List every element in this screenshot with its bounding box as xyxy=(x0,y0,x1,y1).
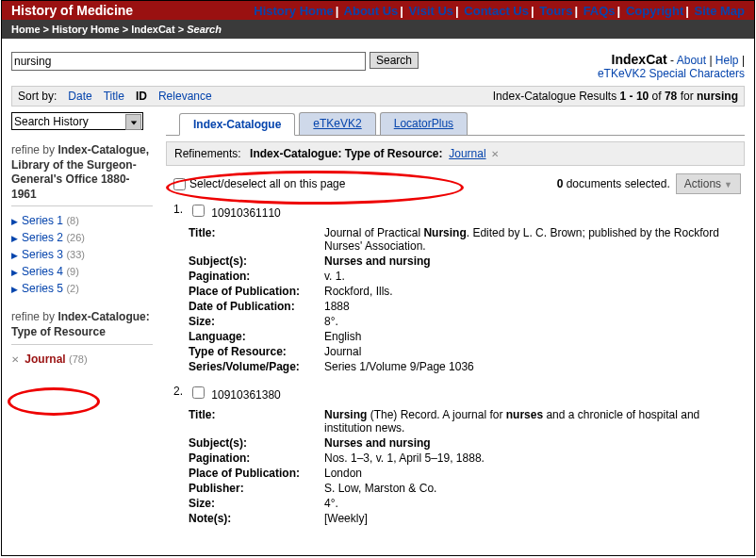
refine-head-2: refine by Index-Catalogue: Type of Resou… xyxy=(11,310,153,339)
breadcrumb: Home > History Home > IndexCat > Search xyxy=(2,20,754,39)
divider-1 xyxy=(11,205,153,206)
result-field-value: Series 1/Volume 9/Page 1036 xyxy=(324,359,745,374)
sort-id-active: ID xyxy=(136,90,147,103)
select-all-label: Select/deselect all on this page xyxy=(189,177,345,190)
series-link[interactable]: Series 5 xyxy=(22,282,63,295)
divider-2 xyxy=(11,344,153,345)
result-field-key: Pagination: xyxy=(189,269,324,284)
series-link[interactable]: Series 1 xyxy=(22,214,63,227)
series-count: (9) xyxy=(66,266,78,277)
result-field-value: Nursing (The) Record. A journal for nurs… xyxy=(324,407,745,435)
series-link[interactable]: Series 2 xyxy=(22,231,63,244)
refinement-journal-link[interactable]: Journal xyxy=(449,147,485,160)
refinements-bar: Refinements: Index-Catalogue: Type of Re… xyxy=(166,141,745,166)
result-field-key: Size: xyxy=(189,314,324,329)
site-title: History of Medicine xyxy=(11,3,133,18)
nav-contact-us[interactable]: Contact Us xyxy=(464,4,529,18)
result-number: 2. xyxy=(166,384,189,526)
nav-copyright[interactable]: Copyright xyxy=(626,4,683,18)
indexcat-label: IndexCat xyxy=(612,52,667,67)
result-field-value: Journal of Practical Nursing. Edited by … xyxy=(324,225,745,254)
sidebar-series-item[interactable]: ▶Series 2 (26) xyxy=(11,229,153,246)
tab-locatorplus[interactable]: LocatorPlus xyxy=(380,112,468,135)
result-item: 2. 10910361380Title:Nursing (The) Record… xyxy=(166,384,745,526)
crumb-indexcat[interactable]: IndexCat xyxy=(131,24,174,35)
crumb-home[interactable]: Home xyxy=(11,24,41,35)
result-field-key: Place of Publication: xyxy=(189,466,324,481)
remove-refinement-icon[interactable]: ✕ xyxy=(491,149,499,159)
triangle-icon: ▶ xyxy=(11,285,18,294)
refinements-text: Index-Catalogue: Type of Resource: xyxy=(250,147,442,160)
facet-journal-link[interactable]: Journal xyxy=(25,353,65,366)
nav-site-map[interactable]: Site Map xyxy=(695,4,745,18)
result-field-key: Title: xyxy=(189,225,324,254)
nav-about-us[interactable]: About Us xyxy=(344,4,399,18)
result-field-key: Language: xyxy=(189,329,324,344)
sort-date[interactable]: Date xyxy=(68,90,91,103)
actions-button[interactable]: Actions▼ xyxy=(676,173,741,194)
result-field-key: Subject(s): xyxy=(189,254,324,269)
result-field-value: S. Low, Marston & Co. xyxy=(324,481,745,496)
nav-visit-us[interactable]: Visit Us xyxy=(409,4,453,18)
nav-faqs[interactable]: FAQs xyxy=(583,4,616,18)
results-summary: Index-Catalogue Results 1 - 10 of 78 for… xyxy=(493,90,738,103)
result-field-key: Type of Resource: xyxy=(189,344,324,359)
special-chars-link[interactable]: eTKeVK2 Special Characters xyxy=(598,67,745,80)
nav-history-home[interactable]: History Home xyxy=(254,4,334,18)
triangle-icon: ▶ xyxy=(11,268,18,277)
crumb-history-home[interactable]: History Home xyxy=(52,24,120,35)
sidebar-series-item[interactable]: ▶Series 4 (9) xyxy=(11,263,153,280)
series-count: (2) xyxy=(66,283,78,294)
result-checkbox[interactable] xyxy=(192,386,205,399)
refinements-label: Refinements: xyxy=(174,147,241,160)
result-item: 1. 10910361110Title:Journal of Practical… xyxy=(166,202,745,374)
series-count: (33) xyxy=(66,249,85,260)
result-checkbox[interactable] xyxy=(192,205,205,217)
nav-tours[interactable]: Tours xyxy=(539,4,572,18)
triangle-icon: ▶ xyxy=(11,251,18,260)
tab-index-catalogue[interactable]: Index-Catalogue xyxy=(179,113,295,136)
series-count: (8) xyxy=(66,215,78,226)
search-history-label: Search History xyxy=(14,115,89,128)
sidebar-series-item[interactable]: ▶Series 3 (33) xyxy=(11,246,153,263)
search-input[interactable] xyxy=(11,52,366,71)
result-field-value: Rockford, Ills. xyxy=(324,284,745,299)
chevron-down-icon: ▼ xyxy=(724,180,732,189)
result-field-value: London xyxy=(324,466,745,481)
search-history-select[interactable]: Search History xyxy=(11,112,143,130)
result-id: 10910361380 xyxy=(211,388,280,402)
result-field-value: 8°. xyxy=(324,314,745,329)
help-link[interactable]: Help xyxy=(715,54,739,67)
result-field-key: Note(s): xyxy=(189,511,324,526)
facet-journal-count: (78) xyxy=(69,353,88,365)
chevron-down-icon xyxy=(125,114,141,130)
sidebar-series-item[interactable]: ▶Series 5 (2) xyxy=(11,280,153,297)
series-link[interactable]: Series 3 xyxy=(22,248,63,261)
about-link[interactable]: About xyxy=(677,54,706,67)
series-count: (26) xyxy=(66,232,85,243)
series-link[interactable]: Series 4 xyxy=(22,265,63,278)
search-right-links: IndexCat - About | Help | eTKeVK2 Specia… xyxy=(598,52,745,80)
triangle-icon: ▶ xyxy=(11,234,18,243)
refine-head-1: refine by Index-Catalogue, Library of th… xyxy=(11,143,153,202)
tab-etkevk2[interactable]: eTKeVK2 xyxy=(299,112,375,135)
result-field-key: Series/Volume/Page: xyxy=(189,359,324,374)
result-field-value: Nurses and nursing xyxy=(324,435,745,451)
result-field-key: Place of Publication: xyxy=(189,284,324,299)
result-field-key: Pagination: xyxy=(189,451,324,466)
select-all-checkbox[interactable] xyxy=(173,178,186,190)
result-field-value: [Weekly] xyxy=(324,511,745,526)
sort-by-label: Sort by: xyxy=(18,90,57,103)
facet-journal[interactable]: ✕ Journal (78) xyxy=(11,351,153,368)
remove-facet-icon[interactable]: ✕ xyxy=(11,354,19,365)
sidebar-series-item[interactable]: ▶Series 1 (8) xyxy=(11,212,153,229)
result-field-value: 1888 xyxy=(324,299,745,314)
result-field-value: Journal xyxy=(324,344,745,359)
result-field-value: v. 1. xyxy=(324,269,745,284)
result-field-value: 4°. xyxy=(324,496,745,511)
result-field-key: Size: xyxy=(189,496,324,511)
search-button[interactable]: Search xyxy=(370,52,419,69)
sort-relevance[interactable]: Relevance xyxy=(158,90,212,103)
crumb-search: Search xyxy=(187,24,222,35)
sort-title[interactable]: Title xyxy=(104,90,124,103)
